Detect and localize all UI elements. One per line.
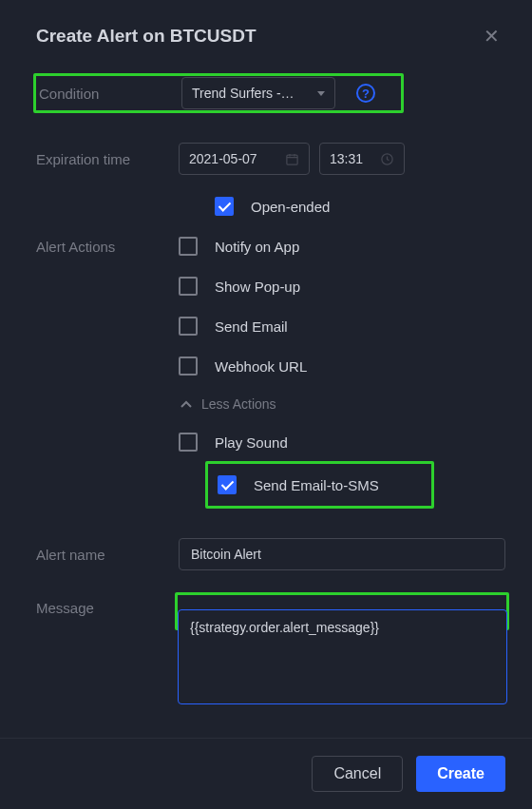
- alert-name-input[interactable]: [179, 538, 505, 570]
- dialog-title: Create Alert on BTCUSDT: [36, 26, 256, 47]
- send-sms-checkbox[interactable]: [218, 475, 237, 494]
- chevron-up-icon: [180, 400, 192, 408]
- expiration-date-input[interactable]: 2021-05-07: [179, 143, 310, 175]
- notify-app-label: Notify on App: [215, 239, 299, 255]
- condition-label: Condition: [39, 86, 181, 102]
- clock-icon: [380, 152, 394, 166]
- play-sound-checkbox[interactable]: [179, 433, 198, 452]
- chevron-down-icon: [317, 91, 325, 96]
- expiration-label: Expiration time: [36, 151, 179, 167]
- notify-app-checkbox[interactable]: [179, 237, 198, 256]
- play-sound-label: Play Sound: [215, 434, 288, 451]
- send-sms-label: Send Email-to-SMS: [254, 477, 379, 493]
- help-icon[interactable]: ?: [356, 84, 375, 103]
- show-popup-checkbox[interactable]: [179, 277, 198, 296]
- open-ended-label: Open-ended: [251, 199, 330, 215]
- send-sms-highlight: Send Email-to-SMS: [205, 461, 434, 509]
- message-label: Message: [36, 592, 179, 616]
- alert-actions-label: Alert Actions: [36, 237, 179, 255]
- send-email-label: Send Email: [215, 318, 288, 335]
- open-ended-checkbox[interactable]: [215, 197, 234, 216]
- webhook-label: Webhook URL: [215, 358, 307, 375]
- calendar-icon: [285, 152, 299, 166]
- expiration-date-text: 2021-05-07: [189, 151, 257, 166]
- expiration-time-input[interactable]: 13:31: [319, 143, 405, 175]
- alert-name-label: Alert name: [36, 547, 179, 563]
- less-actions-label: Less Actions: [201, 396, 276, 412]
- webhook-checkbox[interactable]: [179, 356, 198, 376]
- less-actions-toggle[interactable]: Less Actions: [179, 396, 307, 412]
- expiration-time-text: 13:31: [330, 151, 363, 166]
- create-button[interactable]: Create: [416, 756, 505, 792]
- cancel-button[interactable]: Cancel: [312, 756, 403, 792]
- condition-highlight: Condition Trend Surfers -… ?: [33, 73, 404, 113]
- message-textarea[interactable]: [178, 609, 507, 704]
- svg-rect-0: [287, 155, 297, 164]
- condition-select[interactable]: Trend Surfers -…: [181, 77, 335, 109]
- close-icon[interactable]: ✕: [478, 23, 505, 49]
- send-email-checkbox[interactable]: [179, 317, 198, 336]
- condition-selected-text: Trend Surfers -…: [192, 86, 294, 101]
- show-popup-label: Show Pop-up: [215, 279, 300, 295]
